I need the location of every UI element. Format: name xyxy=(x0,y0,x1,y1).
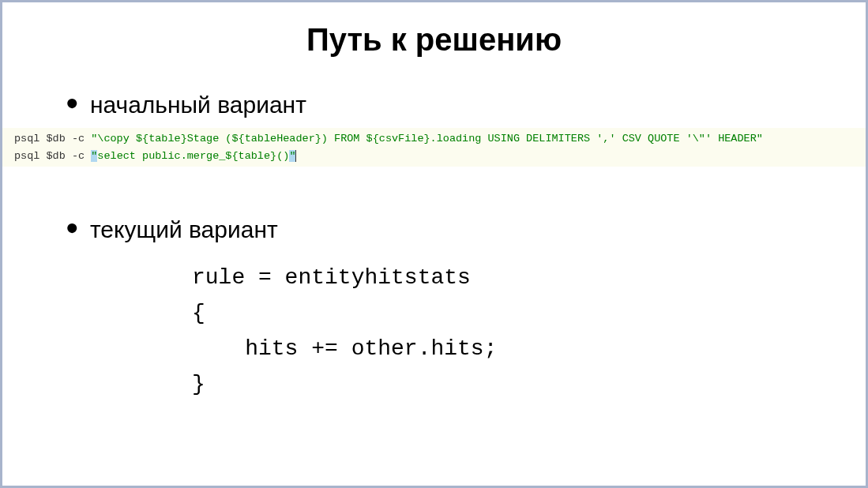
psql-string-1: "\copy ${table}Stage (${tableHeader}) FR… xyxy=(91,133,763,145)
rule-code-block: rule = entityhitstats { hits += other.hi… xyxy=(192,261,866,402)
bullet-list-2: ● текущий вариант xyxy=(2,214,866,245)
psql-content-2: select public.merge_${table}() xyxy=(97,150,289,162)
slide-container: Путь к решению ● начальный вариант psql … xyxy=(2,2,866,486)
psql-code-line-1: psql $db -c "\copy ${table}Stage (${tabl… xyxy=(14,130,862,148)
bullet-dot-icon: ● xyxy=(66,214,79,241)
rule-line-3: hits += other.hits; xyxy=(192,332,866,367)
bullet-text-1: начальный вариант xyxy=(90,89,306,120)
bullet-item-2: ● текущий вариант xyxy=(66,214,866,245)
bullet-text-2: текущий вариант xyxy=(90,214,278,245)
psql-quote-end: " xyxy=(289,150,296,162)
rule-line-1: rule = entityhitstats xyxy=(192,261,866,296)
psql-code-line-2: psql $db -c "select public.merge_${table… xyxy=(14,148,862,165)
rule-line-2: { xyxy=(192,296,866,332)
psql-prefix-1: psql $db -c xyxy=(14,133,91,145)
bullet-dot-icon: ● xyxy=(66,89,79,116)
slide-title: Путь к решению xyxy=(2,22,866,58)
bullet-list: ● начальный вариант xyxy=(2,89,866,120)
rule-line-4: } xyxy=(192,367,866,403)
bullet-item-1: ● начальный вариант xyxy=(66,89,866,120)
psql-code-block: psql $db -c "\copy ${table}Stage (${tabl… xyxy=(2,128,866,167)
psql-prefix-2: psql $db -c xyxy=(14,150,91,162)
